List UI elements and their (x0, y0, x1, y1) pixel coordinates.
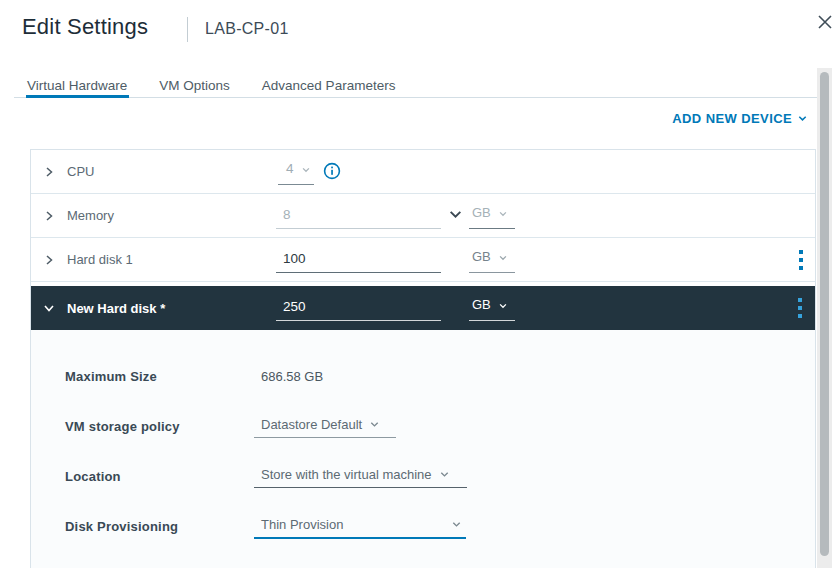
chevron-down-icon (498, 253, 508, 263)
add-new-device-label: ADD NEW DEVICE (672, 111, 792, 126)
disk-provisioning-value: Thin Provision (261, 517, 343, 532)
chevron-right-icon[interactable] (43, 166, 55, 178)
storage-policy-select[interactable]: Datastore Default (254, 414, 396, 438)
detail-row-storage-policy: VM storage policy Datastore Default (31, 401, 815, 451)
row-label-hard-disk-1: Hard disk 1 (67, 252, 133, 267)
scrollbar-track[interactable] (817, 68, 832, 568)
detail-row-location: Location Store with the virtual machine (31, 451, 815, 501)
location-select[interactable]: Store with the virtual machine (254, 464, 467, 488)
chevron-down-icon (301, 165, 311, 175)
new-hard-disk-unit-value: GB (472, 297, 491, 312)
chevron-down-icon (451, 519, 462, 530)
row-memory: Memory GB (31, 194, 815, 238)
memory-size-input[interactable] (276, 202, 441, 229)
row-label-new-hard-disk: New Hard disk * (67, 301, 165, 316)
location-value: Store with the virtual machine (261, 467, 432, 482)
hard-disk-1-unit-select[interactable]: GB (469, 246, 515, 273)
vm-name: LAB-CP-01 (205, 20, 289, 38)
memory-unit-value: GB (472, 205, 491, 220)
row-hard-disk-1: Hard disk 1 GB (31, 238, 815, 282)
maximum-size-label: Maximum Size (65, 369, 254, 384)
new-hard-disk-unit-select[interactable]: GB (469, 294, 515, 321)
scrollbar-thumb[interactable] (820, 72, 829, 556)
row-label-memory: Memory (67, 208, 114, 223)
chevron-down-icon (439, 469, 450, 480)
detail-row-maximum-size: Maximum Size 686.58 GB (31, 351, 815, 401)
cpu-count-select[interactable]: 4 (278, 158, 314, 185)
edit-settings-dialog: { "header": { "title": "Edit Settings", … (0, 0, 832, 568)
chevron-down-icon (369, 419, 380, 430)
row-new-hard-disk: New Hard disk * GB (30, 286, 816, 330)
close-icon[interactable] (816, 13, 832, 31)
storage-policy-label: VM storage policy (65, 419, 254, 434)
row-menu-icon[interactable] (793, 249, 809, 271)
hardware-table: CPU 4 Memory GB (30, 149, 816, 568)
storage-policy-value: Datastore Default (261, 417, 362, 432)
memory-unit-select[interactable]: GB (469, 202, 515, 229)
maximum-size-value: 686.58 GB (254, 369, 323, 384)
hard-disk-1-size-input[interactable] (276, 246, 441, 273)
detail-row-disk-provisioning: Disk Provisioning Thin Provision (31, 501, 815, 551)
add-new-device-button[interactable]: ADD NEW DEVICE (672, 111, 808, 126)
tab-virtual-hardware[interactable]: Virtual Hardware (27, 68, 127, 97)
disk-provisioning-label: Disk Provisioning (65, 519, 254, 534)
chevron-down-icon (498, 209, 508, 219)
chevron-right-icon[interactable] (43, 210, 55, 222)
chevron-down-icon[interactable] (43, 302, 55, 314)
chevron-right-icon[interactable] (43, 254, 55, 266)
row-menu-icon[interactable] (792, 297, 808, 319)
hard-disk-1-unit-value: GB (472, 249, 491, 264)
row-label-cpu: CPU (67, 164, 94, 179)
chevron-down-icon[interactable] (448, 207, 463, 222)
chevron-down-icon (797, 113, 808, 124)
info-icon[interactable] (323, 162, 341, 180)
location-label: Location (65, 469, 254, 484)
row-cpu: CPU 4 (31, 150, 815, 194)
chevron-down-icon (498, 301, 508, 311)
new-hard-disk-details: Maximum Size 686.58 GB VM storage policy… (31, 330, 815, 568)
tab-advanced-parameters[interactable]: Advanced Parameters (262, 68, 396, 97)
tab-vm-options[interactable]: VM Options (159, 68, 230, 97)
title-divider (187, 17, 188, 42)
disk-provisioning-select[interactable]: Thin Provision (254, 514, 466, 539)
new-hard-disk-size-input[interactable] (276, 294, 441, 321)
cpu-count-value: 4 (286, 161, 294, 176)
tab-bar: Virtual Hardware VM Options Advanced Par… (14, 68, 817, 98)
page-title: Edit Settings (22, 14, 148, 40)
